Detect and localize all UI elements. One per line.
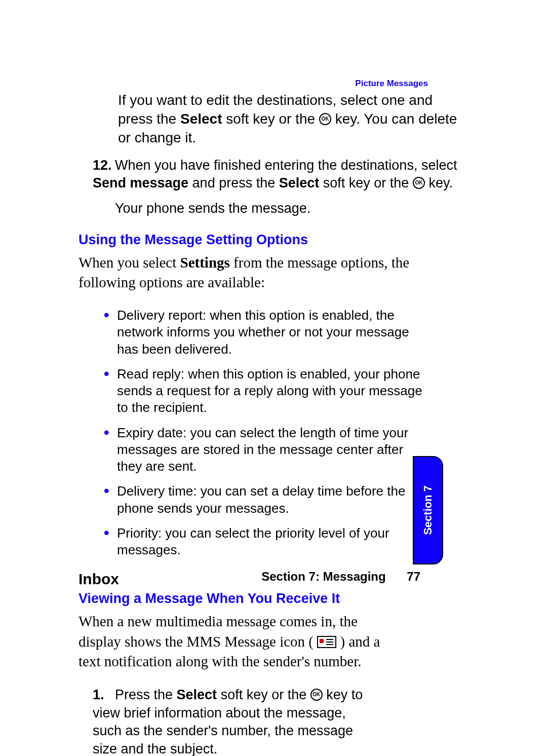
step-12: 12.When you have finished entering the d… — [93, 157, 458, 193]
list-item: Delivery report: when this option is ena… — [104, 307, 431, 358]
step-text: When you have finished entering the dest… — [93, 158, 457, 191]
ok-key-icon: OK — [319, 113, 331, 125]
list-item: Delivery time: you can set a delay time … — [104, 483, 431, 517]
list-item: Priority: you can select the priority le… — [104, 525, 431, 559]
intro-paragraph: If you want to edit the destinations, se… — [118, 91, 458, 147]
inbox-intro: When a new multimedia message comes in, … — [79, 612, 393, 671]
heading-settings: Using the Message Setting Options — [79, 232, 458, 248]
heading-viewing: Viewing a Message When You Receive It — [79, 591, 458, 607]
ok-key-icon: OK — [310, 689, 323, 701]
mms-message-icon — [317, 636, 336, 648]
page-number: 77 — [407, 570, 420, 584]
footer-label: Section 7: Messaging — [261, 570, 385, 583]
ok-key-icon: OK — [413, 177, 425, 189]
list-item: Read reply: when this option is enabled,… — [104, 366, 431, 417]
section-tab: Section 7 — [413, 456, 443, 564]
body: If you want to edit the destinations, se… — [89, 91, 458, 756]
settings-intro: When you select Settings from the messag… — [79, 253, 458, 292]
step-12-after: Your phone sends the message. — [115, 200, 458, 218]
step-text: Press the Select soft key or the OK key … — [93, 687, 363, 756]
step-1: 1.Press the Select soft key or the OK ke… — [93, 686, 376, 756]
step-number: 1. — [93, 686, 115, 704]
page-footer: Section 7: Messaging 77 — [261, 570, 420, 584]
manual-page: Picture Messages If you want to edit the… — [0, 0, 547, 756]
settings-bullets: Delivery report: when this option is ena… — [104, 307, 458, 558]
list-item: Expiry date: you can select the length o… — [104, 425, 431, 475]
section-tab-label: Section 7 — [421, 485, 435, 535]
header-topic: Picture Messages — [355, 79, 428, 89]
step-number: 12. — [93, 157, 115, 175]
